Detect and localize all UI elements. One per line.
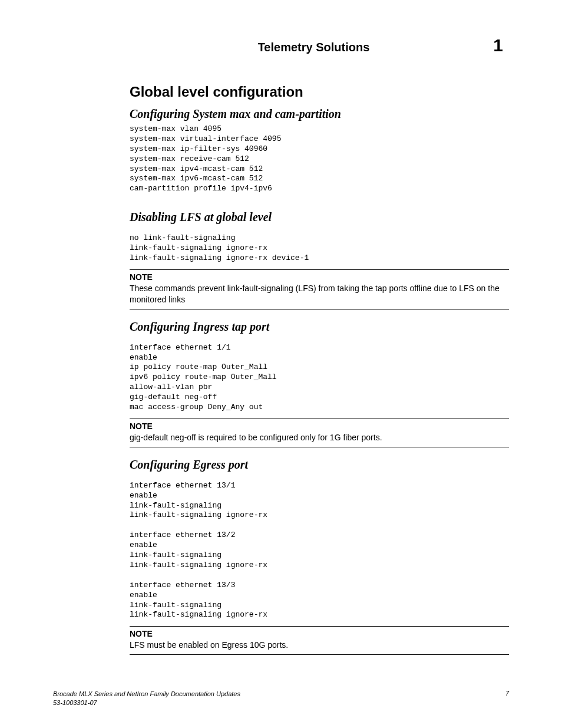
heading-global-level: Global level configuration xyxy=(130,84,509,100)
footer-doc-title: Brocade MLX Series and NetIron Family Do… xyxy=(53,690,240,698)
note-label: NOTE xyxy=(130,272,509,282)
heading-egress: Configuring Egress port xyxy=(130,458,509,472)
running-title: Telemetry Solutions xyxy=(258,41,370,54)
chapter-number: 1 xyxy=(493,35,503,55)
note-label: NOTE xyxy=(130,629,509,638)
running-header: Telemetry Solutions 1 xyxy=(53,35,509,55)
footer-left: Brocade MLX Series and NetIron Family Do… xyxy=(53,690,240,707)
footer-doc-id: 53-1003301-07 xyxy=(53,699,240,707)
note-block-egress: NOTE LFS must be enabled on Egress 10G p… xyxy=(130,626,509,655)
heading-ingress-tap: Configuring Ingress tap port xyxy=(130,320,509,334)
note-block-lfs: NOTE These commands prevent link-fault-s… xyxy=(130,269,509,309)
note-text: LFS must be enabled on Egress 10G ports. xyxy=(130,640,509,651)
code-egress: interface ethernet 13/1 enable link-faul… xyxy=(130,481,509,620)
heading-disabling-lfs: Disabling LFS at global level xyxy=(130,210,509,224)
footer: Brocade MLX Series and NetIron Family Do… xyxy=(53,690,509,707)
note-label: NOTE xyxy=(130,421,509,431)
code-disabling-lfs: no link-fault-signaling link-fault-signa… xyxy=(130,233,509,263)
main-content: Global level configuration Configuring S… xyxy=(53,84,509,655)
note-block-ingress: NOTE gig-default neg-off is required to … xyxy=(130,419,509,447)
footer-page-number: 7 xyxy=(505,690,509,697)
code-system-max: system-max vlan 4095 system-max virtual-… xyxy=(130,124,509,194)
code-ingress-tap: interface ethernet 1/1 enable ip policy … xyxy=(130,343,509,413)
heading-system-max: Configuring System max and cam-partition xyxy=(130,107,509,121)
note-text: These commands prevent link-fault-signal… xyxy=(130,283,509,305)
note-text: gig-default neg-off is required to be co… xyxy=(130,432,509,443)
